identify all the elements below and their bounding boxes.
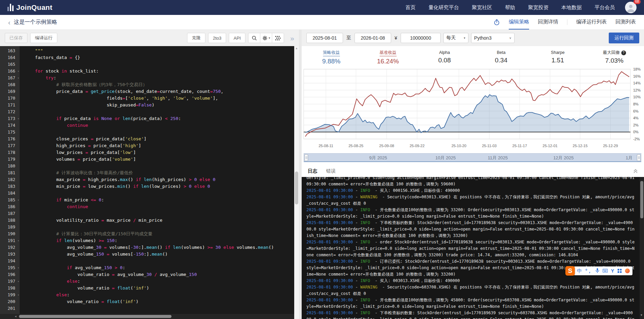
brand-logo[interactable]: JoinQuant	[7, 4, 53, 11]
metric-label: Beta	[497, 50, 506, 55]
nav-item-5[interactable]: 聚宽投资	[528, 4, 548, 11]
code-text: close_prices = price_data['close']	[24, 136, 146, 142]
scroll-up-icon[interactable]: ▲	[295, 47, 298, 50]
shortcut-grid-button[interactable]	[272, 33, 284, 43]
code-line: 167▾ try:	[0, 75, 299, 81]
fold-marker-icon[interactable]: ▾	[18, 292, 19, 298]
ime-punctuation-icon[interactable]: °，	[585, 268, 592, 273]
fold-marker-icon[interactable]: ▾	[18, 68, 19, 75]
metric-label-text[interactable]: 策略收益	[323, 50, 340, 56]
log-scrollbar[interactable]: ▼	[640, 177, 644, 319]
user-icon	[626, 3, 635, 12]
navigator-selected-range[interactable]	[304, 154, 641, 161]
language-select[interactable]: Python3 ∨	[471, 33, 515, 43]
editor-horizontal-scrollbar[interactable]: ◄	[0, 314, 294, 319]
nav-item-7[interactable]: 平台会员	[595, 4, 615, 11]
tab-1[interactable]: 编辑策略	[509, 15, 529, 29]
nav-menu: 首页量化研究平台聚宽社区帮助聚宽投资本地数据平台会员	[405, 4, 615, 11]
toolbox-grid-icon[interactable]	[618, 269, 622, 273]
ime-logo-icon[interactable]: S	[565, 266, 575, 276]
fold-marker-icon[interactable]: ▾	[18, 75, 19, 81]
scroll-down-icon[interactable]: ▼	[641, 312, 642, 318]
collapse-log-icon[interactable]	[633, 169, 638, 174]
clone-button[interactable]: 克隆	[187, 33, 205, 43]
ime-emoji-icon[interactable]	[625, 268, 630, 273]
start-date-input[interactable]	[306, 33, 343, 43]
metric-5: Sharpe1.51	[529, 49, 586, 65]
notification-badge[interactable]: 68	[633, 0, 641, 4]
line-number: 164	[0, 54, 20, 61]
line-number: 194	[0, 258, 20, 264]
nav-item-2[interactable]: 量化研究平台	[428, 4, 459, 11]
log-line: 2025-08-01 09:30:00 - INFO - 开仓数量必须是100的…	[306, 297, 635, 310]
code-line: 194	[0, 258, 299, 264]
scroll-left-icon[interactable]: ◄	[14, 315, 17, 318]
log-output[interactable]: derStyle: _limit_price=0.0 side=long act…	[302, 177, 644, 319]
code-text: """	[24, 47, 43, 54]
hscroll-thumb[interactable]	[19, 315, 172, 318]
chart-svg: -2%0%2%4%6%8%10%12%14%16%18%25-08-1125-0…	[302, 66, 644, 151]
nav-item-4[interactable]: 帮助	[505, 4, 515, 11]
ime-chinese-mode-icon[interactable]: 中	[577, 268, 582, 273]
microphone-icon[interactable]	[596, 268, 599, 273]
fold-marker-icon[interactable]: ▾	[18, 197, 19, 203]
navigator-left-handle[interactable]	[304, 154, 308, 161]
code-text: volatility_ratio = max_price / min_price	[24, 217, 162, 224]
log-line: 2025-08-01 09:30:00 - INFO - 买入: 000156.…	[306, 187, 635, 194]
code-line: 198 volume_ratio = float('inf')	[0, 285, 299, 292]
code-line: 192 avg_volume_30 = volumes[-30:].mean()…	[0, 244, 299, 251]
editor-toolbar: 已保存 编译运行 克隆 2to3 API	[0, 30, 299, 46]
language-value: Python3	[474, 35, 491, 41]
code-lines[interactable]: 163 """164 factors_data = {}165166▾ for …	[0, 46, 299, 312]
svg-text:0%: 0%	[633, 130, 639, 134]
2to3-button[interactable]: 2to3	[208, 33, 226, 43]
keyboard-icon[interactable]	[603, 269, 608, 273]
metric-label-text: Sharpe	[551, 50, 564, 55]
fold-marker-icon[interactable]: ▾	[18, 115, 19, 122]
metric-label-text[interactable]: 基准收益	[380, 50, 397, 56]
tab-4[interactable]: 回测列表	[616, 15, 636, 29]
code-text: price_data = get_price(stock, end_date=c…	[24, 88, 223, 95]
log-tab-2[interactable]: 错误	[326, 168, 336, 174]
vscroll-thumb[interactable]	[295, 172, 298, 204]
settings-button[interactable]: ▾	[260, 33, 272, 43]
run-backtest-button[interactable]: 运行回测	[609, 33, 639, 43]
editor-vertical-scrollbar[interactable]: ▲	[294, 46, 299, 319]
fold-marker-icon[interactable]: ▾	[18, 264, 19, 271]
nav-item-3[interactable]: 聚宽社区	[472, 4, 492, 11]
log-scroll-thumb[interactable]	[640, 181, 643, 218]
tab-2[interactable]: 回测详情	[538, 15, 558, 29]
fold-marker-icon[interactable]: ▾	[18, 237, 19, 244]
nav-item-6[interactable]: 本地数据	[561, 4, 582, 11]
nav-item-1[interactable]: 首页	[405, 4, 416, 11]
back-chevron-icon[interactable]: ‹	[8, 19, 11, 26]
expand-panel-icon[interactable]: »	[290, 35, 294, 42]
avatar[interactable]: 68	[625, 2, 637, 13]
line-number: 178	[0, 149, 20, 156]
tab-3[interactable]: 编译运行列表	[576, 15, 607, 29]
code-editor[interactable]: 163 """164 factors_data = {}165166▾ for …	[0, 46, 299, 319]
end-date-input[interactable]	[355, 33, 391, 43]
fold-marker-icon[interactable]: ▾	[18, 278, 19, 285]
code-text: if len(volumes) >= 150:	[24, 237, 117, 244]
code-line: 172	[0, 108, 299, 115]
code-text: continue	[24, 122, 88, 129]
code-line: 181 # 计算波动率比值：3年最高价/最低价	[0, 170, 299, 176]
search-button[interactable]	[248, 33, 260, 43]
saved-button[interactable]: 已保存	[5, 33, 27, 43]
metric-value: 16.24%	[360, 58, 416, 65]
api-button[interactable]: API	[229, 33, 245, 43]
code-line: 185▾ if min_price <= 0:	[0, 197, 299, 203]
help-icon[interactable]: ?	[621, 51, 626, 55]
navigator-month-label: 9月 2025	[369, 155, 387, 161]
log-tab-1[interactable]: 日志	[308, 168, 317, 174]
compile-run-button[interactable]: 编译运行	[30, 33, 57, 43]
frequency-select[interactable]: 每天 ▾	[443, 33, 468, 43]
capital-input[interactable]	[401, 33, 441, 43]
skin-icon[interactable]: Y	[611, 268, 614, 273]
timer-icon[interactable]	[494, 15, 500, 29]
line-number: 175	[0, 129, 20, 136]
code-line: 190 # 计算量比：30日平均成交量/150日平均成交量	[0, 231, 299, 237]
navigator-right-handle[interactable]	[637, 154, 641, 161]
chart-range-navigator: 9月 202510月 202511月 202512月 20251月	[304, 153, 641, 162]
